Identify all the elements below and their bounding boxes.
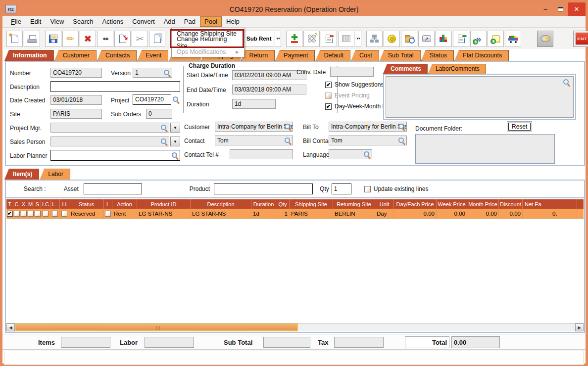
tab-status[interactable]: Status (421, 50, 454, 61)
tab-cost[interactable]: Cost (351, 50, 379, 61)
cut-button[interactable]: ✂ (132, 31, 148, 47)
col-returning-site[interactable]: Returning Site (333, 199, 375, 209)
row-s-checkbox[interactable] (35, 211, 41, 217)
print-button[interactable] (24, 31, 40, 47)
paste-special-button[interactable]: ↘ (114, 31, 131, 47)
number-field[interactable]: CO419720 (50, 68, 102, 78)
tab-comments[interactable]: Comments (383, 64, 428, 74)
scrollbar-track[interactable] (298, 323, 575, 331)
col-action[interactable]: Action (112, 199, 137, 209)
invoice-note-button[interactable]: $ (488, 31, 504, 47)
find-button[interactable]: ●● (97, 31, 113, 47)
sub-orders-field[interactable]: 0 (146, 109, 172, 119)
save-button[interactable] (45, 31, 61, 47)
comments-textarea[interactable] (386, 76, 574, 118)
menu-search[interactable]: Search (68, 16, 98, 27)
scroll-left-button[interactable]: ◀ (6, 323, 15, 331)
version-field[interactable]: 1 (133, 68, 172, 78)
options-button[interactable] (303, 31, 320, 47)
calendar-button[interactable] (338, 31, 354, 47)
database-button[interactable] (436, 31, 452, 47)
col-status[interactable]: Status (69, 199, 104, 209)
col-net-each[interactable]: Net Ea (523, 199, 577, 209)
row-x-checkbox[interactable] (21, 211, 27, 217)
col-product-id[interactable]: Product ID (137, 199, 191, 209)
col-m[interactable]: M (27, 199, 34, 209)
tab-subtotal[interactable]: Sub Total (380, 50, 421, 61)
asset-search-input[interactable] (84, 183, 142, 194)
version-lookup-icon[interactable] (163, 69, 171, 77)
sales-person-lookup-icon[interactable] (160, 138, 168, 145)
tab-labor-comments[interactable]: LaborComments (428, 64, 486, 74)
tab-information[interactable]: Information (4, 50, 54, 61)
col-discount[interactable]: Discount (499, 199, 523, 209)
bill-to-field[interactable]: Intra-Company for Berlin Site (329, 122, 407, 132)
tab-return[interactable]: Return (241, 50, 275, 61)
labor-planner-field[interactable] (50, 150, 180, 161)
minimize-button[interactable]: – (538, 2, 553, 16)
row-t-checkbox[interactable]: ✔ (7, 211, 13, 217)
row-c-checkbox[interactable] (14, 211, 20, 217)
reset-button[interactable]: Reset (507, 121, 532, 132)
end-datetime-field[interactable]: 03/03/2018 09:00 AM (232, 85, 306, 94)
menu-edit[interactable]: Edit (26, 16, 46, 27)
contact-lookup-icon[interactable] (284, 137, 292, 144)
flash-button[interactable] (537, 31, 553, 47)
col-qty[interactable]: Qty (276, 199, 290, 209)
customer-lookup-icon[interactable] (284, 123, 292, 131)
scroll-right-button[interactable]: ▶ (575, 323, 584, 331)
billing-forward-button[interactable]: »$ (470, 31, 487, 47)
contact-field[interactable]: Tom (215, 136, 293, 145)
col-i[interactable]: I... (50, 199, 60, 209)
col-t[interactable]: T (6, 199, 13, 209)
conv-date-field[interactable] (330, 67, 374, 77)
menu-item-change-returning-site[interactable]: Change Returning Site (172, 38, 244, 47)
col-description[interactable]: Description (191, 199, 251, 209)
project-mgr-lookup-icon[interactable] (160, 124, 168, 132)
qty-input[interactable]: 1 (332, 183, 351, 194)
col-ic[interactable]: I.C (41, 199, 50, 209)
menu-file[interactable]: File (6, 16, 26, 27)
item-table-row[interactable]: ✔ Reserved Rent LG STAR-NS LG STAR-NS 1d… (6, 209, 584, 219)
row-l-checkbox[interactable] (105, 211, 111, 217)
row-ii-checkbox[interactable] (61, 211, 67, 217)
col-ii[interactable]: I.I (60, 199, 69, 209)
row-m-checkbox[interactable] (28, 211, 34, 217)
language-lookup-icon[interactable] (363, 151, 371, 158)
horizontal-scrollbar[interactable]: ◀ ▶ (6, 323, 584, 331)
col-c[interactable]: C (13, 199, 20, 209)
bill-to-lookup-icon[interactable] (398, 123, 405, 131)
site-field[interactable]: PARIS (50, 109, 102, 119)
col-week-price[interactable]: Week Price (437, 199, 467, 209)
tab-event[interactable]: Event (137, 50, 168, 61)
customer-field[interactable]: Intra-Company for Berlin Site (215, 122, 293, 132)
row-i-checkbox[interactable] (52, 211, 58, 217)
col-unit[interactable]: Unit (375, 199, 394, 209)
sales-person-field[interactable] (50, 137, 169, 146)
dwm-pricing-checkbox[interactable]: ✔ (325, 103, 332, 110)
date-created-field[interactable]: 03/01/2018 (50, 95, 102, 105)
menu-actions[interactable]: Actions (98, 16, 128, 27)
bill-contact-field[interactable]: Tom (329, 136, 407, 145)
project-mgr-dropdown[interactable]: ▼ (170, 123, 180, 133)
tab-customer[interactable]: Customer (54, 50, 97, 61)
col-x[interactable]: X (20, 199, 27, 209)
smiley-button[interactable]: ☺ (384, 31, 400, 47)
col-duration[interactable]: Duration (251, 199, 276, 209)
add-remove-line-button[interactable]: ✚ (286, 31, 302, 47)
tab-payment[interactable]: Payment (275, 50, 315, 61)
col-shipping-site[interactable]: Shipping Site (290, 199, 333, 209)
col-l[interactable]: L (104, 199, 112, 209)
calendar-dropdown[interactable]: ▾▾ (355, 31, 361, 47)
menu-add[interactable]: Add (159, 16, 180, 27)
tab-default[interactable]: Default (315, 50, 350, 61)
description-field[interactable] (50, 81, 180, 92)
contact-tel-field[interactable] (230, 149, 293, 159)
exit-button[interactable]: EXIT (573, 31, 588, 47)
shortcut-key-button[interactable]: ↗ (418, 31, 435, 47)
project-field[interactable]: CO419720 (133, 94, 171, 105)
tab-labor[interactable]: Labor (40, 169, 70, 180)
copy-button[interactable] (149, 31, 165, 47)
row-ic-checkbox[interactable] (43, 211, 49, 217)
project-lookup-icon[interactable] (172, 96, 180, 103)
